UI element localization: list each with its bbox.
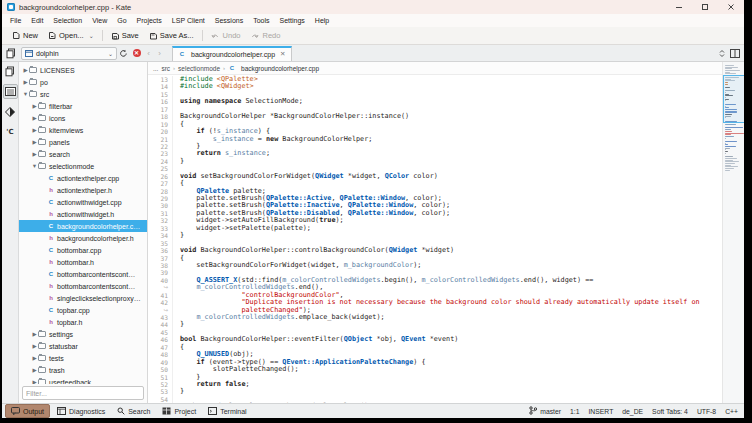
breadcrumb-file[interactable]: backgroundcolorhelper.cpp xyxy=(241,65,319,72)
toolview-button-diagnostics[interactable]: Diagnostics xyxy=(52,405,110,417)
code-line[interactable]: 38 setBackgroundColorForWidget(widget, m… xyxy=(148,262,722,269)
maximize-button[interactable] xyxy=(701,3,709,11)
chevron-expanded-icon[interactable]: ▼ xyxy=(31,163,38,169)
project-selector-combo[interactable]: dolphin ⌄ xyxy=(21,47,117,60)
menu-edit[interactable]: Edit xyxy=(26,17,48,24)
minimize-button[interactable] xyxy=(675,3,683,11)
menu-lsp-client[interactable]: LSP Client xyxy=(167,17,210,24)
tree-item[interactable]: ▶userfeedback xyxy=(19,376,147,384)
code-line[interactable]: 34} xyxy=(148,232,722,239)
tree-item[interactable]: Ctopbar.cpp xyxy=(19,304,147,316)
tree-item[interactable]: ▶kitemviews xyxy=(19,124,147,136)
tab-backgroundcolorhelper[interactable]: C backgroundcolorhelper.cpp ✕ xyxy=(172,46,292,61)
status-utf-8[interactable]: UTF-8 xyxy=(697,408,716,415)
save-button[interactable]: Save xyxy=(106,29,144,42)
code-view[interactable]: 13#include <QPalette>14#include <QWidget… xyxy=(148,75,722,403)
code-line[interactable]: 23 return s_instance; xyxy=(148,150,722,157)
tree-item[interactable]: ▶trash xyxy=(19,364,147,376)
code-line[interactable]: 21 s_instance = new BackgroundColorHelpe… xyxy=(148,136,722,143)
tab-close-icon[interactable]: ✕ xyxy=(280,50,285,58)
tree-item[interactable]: ▶statusbar xyxy=(19,340,147,352)
code-line[interactable]: 46bool BackgroundColorHelper::eventFilte… xyxy=(148,336,722,343)
tab-list-icon[interactable] xyxy=(719,44,725,62)
status-insert[interactable]: INSERT xyxy=(588,408,613,415)
forward-button[interactable]: › xyxy=(154,49,165,58)
chevron-collapsed-icon[interactable]: ▶ xyxy=(22,79,29,85)
code-line[interactable]: 52 return false; xyxy=(148,381,722,388)
minimap-scrollbar[interactable] xyxy=(722,62,744,403)
toolview-button-project[interactable]: Project xyxy=(157,405,201,417)
close-button[interactable] xyxy=(727,3,735,11)
back-button[interactable]: ‹ xyxy=(143,49,154,58)
menu-file[interactable]: File xyxy=(5,17,26,24)
chevron-collapsed-icon[interactable]: ▶ xyxy=(31,103,38,109)
chevron-collapsed-icon[interactable]: ▶ xyxy=(31,151,38,157)
new-button[interactable]: New xyxy=(7,29,43,42)
status-master[interactable]: master xyxy=(529,406,561,416)
tree-item[interactable]: ▶panels xyxy=(19,136,147,148)
redo-button[interactable]: Redo xyxy=(245,29,285,42)
code-line[interactable]: 24} xyxy=(148,158,722,165)
sidebar-lsp-symbols-button[interactable]: 'C xyxy=(4,125,17,138)
tree-item[interactable]: ▶LICENSES xyxy=(19,64,147,76)
toolview-button-search[interactable]: Search xyxy=(112,405,155,417)
tree-item[interactable]: ▶icons xyxy=(19,112,147,124)
breadcrumb-item[interactable]: selectionmode xyxy=(178,65,220,72)
reload-project-button[interactable] xyxy=(117,49,130,58)
menu-settings[interactable]: Settings xyxy=(275,17,310,24)
tree-item[interactable]: ▶po xyxy=(19,76,147,88)
status-c-[interactable]: C++ xyxy=(725,408,738,415)
minimap-viewport[interactable] xyxy=(723,75,744,123)
chevron-expanded-icon[interactable]: ▼ xyxy=(22,91,29,97)
status-de-de[interactable]: de_DE xyxy=(622,408,643,415)
chevron-collapsed-icon[interactable]: ▶ xyxy=(31,379,38,384)
tree-item[interactable]: ▼selectionmode xyxy=(19,160,147,172)
sidebar-documents-button[interactable] xyxy=(4,65,17,78)
chevron-collapsed-icon[interactable]: ▶ xyxy=(31,355,38,361)
menu-help[interactable]: Help xyxy=(310,17,334,24)
code-line[interactable]: 43 m_colorControlledWidgets.emplace_back… xyxy=(148,314,722,321)
menu-go[interactable]: Go xyxy=(112,17,131,24)
toolview-button-terminal[interactable]: Terminal xyxy=(203,405,251,417)
code-line[interactable]: 36void BackgroundColorHelper::controlBac… xyxy=(148,247,722,254)
code-line[interactable]: 16using namespace SelectionMode; xyxy=(148,98,722,105)
tree-item[interactable]: ▶tests xyxy=(19,352,147,364)
chevron-collapsed-icon[interactable]: ▶ xyxy=(31,115,38,121)
tree-item[interactable]: Cbackgroundcolorhelper.c… xyxy=(19,220,147,232)
toolview-button-output[interactable]: Output xyxy=(5,404,50,418)
tree-item[interactable]: hsingleclickselectionproxy… xyxy=(19,292,147,304)
tree-item[interactable]: ▶search xyxy=(19,148,147,160)
tree-filter-input[interactable] xyxy=(22,386,144,400)
menu-selection[interactable]: Selection xyxy=(48,17,87,24)
menu-view[interactable]: View xyxy=(87,17,112,24)
tree-item[interactable]: hactionwithwidget.h xyxy=(19,208,147,220)
tree-item[interactable]: hactiontexthelper.h xyxy=(19,184,147,196)
code-line[interactable]: 26void setBackgroundColorForWidget(QWidg… xyxy=(148,173,722,180)
chevron-collapsed-icon[interactable]: ▶ xyxy=(31,139,38,145)
undo-button[interactable]: Undo xyxy=(206,29,246,42)
tree-item[interactable]: Cbottombar.cpp xyxy=(19,244,147,256)
code-line[interactable]: 44} xyxy=(148,321,722,328)
code-line[interactable]: 14#include <QWidget> xyxy=(148,83,722,90)
sidebar-projects-button[interactable] xyxy=(4,85,17,98)
tree-item[interactable]: hbackgroundcolorhelper.h xyxy=(19,232,147,244)
tree-item[interactable]: Cactiontexthelper.cpp xyxy=(19,172,147,184)
chevron-collapsed-icon[interactable]: ▶ xyxy=(31,367,38,373)
tree-item[interactable]: Cbottombarcontentscont… xyxy=(19,268,147,280)
code-line[interactable]: 53} xyxy=(148,388,722,395)
tree-item[interactable]: ▶filterbar xyxy=(19,100,147,112)
status-soft-tabs-4[interactable]: Soft Tabs: 4 xyxy=(652,408,688,415)
tree-item[interactable]: hbottombarcontentscont… xyxy=(19,280,147,292)
menu-tools[interactable]: Tools xyxy=(248,17,274,24)
menu-projects[interactable]: Projects xyxy=(132,17,167,24)
code-line[interactable]: 33 widget->setPalette(palette); xyxy=(148,225,722,232)
status-1-1[interactable]: 1:1 xyxy=(570,408,579,415)
close-project-button[interactable]: ✕ xyxy=(130,49,143,57)
breadcrumb-overflow[interactable]: ... xyxy=(153,65,158,72)
tree-item[interactable]: hbottombar.h xyxy=(19,256,147,268)
sidebar-git-button[interactable] xyxy=(4,105,17,118)
open-button[interactable]: Open... ⌄ xyxy=(43,29,99,42)
chevron-collapsed-icon[interactable]: ▶ xyxy=(31,127,38,133)
chevron-collapsed-icon[interactable]: ▶ xyxy=(22,67,29,73)
menu-sessions[interactable]: Sessions xyxy=(210,17,248,24)
